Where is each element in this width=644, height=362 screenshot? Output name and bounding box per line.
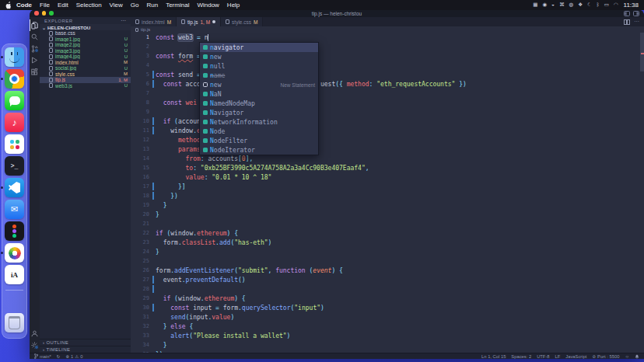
dock-icon-trash[interactable] — [5, 313, 24, 332]
menu-item-terminal[interactable]: Terminal — [166, 2, 189, 9]
line-content: } — [156, 249, 159, 256]
dock-icon-photos[interactable] — [5, 243, 24, 263]
tab-badge: M — [254, 19, 257, 25]
dock-icon-slack[interactable] — [5, 134, 24, 154]
code-line: 18 }) — [131, 191, 644, 200]
var-kind-icon — [203, 45, 208, 50]
menu-item-go[interactable]: Go — [131, 2, 139, 9]
suggestion-nodefilter[interactable]: NodeFilter — [200, 136, 318, 145]
suggestion-null[interactable]: null — [200, 61, 318, 71]
feedback-smiley[interactable]: ☺ — [625, 354, 629, 359]
ia-glyph: iA — [11, 271, 18, 279]
apple-menu-icon[interactable] — [5, 2, 12, 9]
suggestion-nan[interactable]: NaN — [200, 89, 318, 99]
menubar-clock[interactable]: 11:38 — [624, 2, 639, 9]
window-titlebar[interactable]: tip.js — helen-christou — [30, 9, 644, 17]
file-item-image4.jpg[interactable]: image4.jpgU — [40, 54, 131, 60]
menubar-status-icon[interactable]: ⌘ — [559, 2, 565, 8]
suggestion-namednodemap[interactable]: NamedNodeMap — [200, 99, 318, 108]
line-content: form.addEventListener("submit", function… — [156, 267, 343, 274]
file-item-style.css[interactable]: style.cssM — [40, 71, 131, 78]
more-actions-icon[interactable]: ⋯ — [634, 19, 639, 25]
dock-icon-music[interactable]: ♪ — [5, 113, 24, 132]
suggestion-new[interactable]: new — [200, 52, 318, 61]
menubar-status-icon[interactable]: ☾ — [587, 2, 592, 8]
statusbar-item[interactable]: Spaces: 2 — [511, 354, 531, 359]
line-content: const web3 = n — [156, 34, 208, 41]
toggle-panel-icon[interactable] — [624, 11, 630, 16]
activitybar-search[interactable] — [30, 31, 40, 43]
sidebar-section-outline[interactable]: ›OUTLINE — [40, 339, 131, 346]
file-item-index.html[interactable]: index.htmlM — [40, 60, 131, 66]
menubar-status-icon[interactable]: ▭ — [604, 2, 609, 8]
activitybar-extensions[interactable] — [30, 66, 40, 78]
statusbar-item[interactable]: JavaScript — [565, 354, 586, 359]
file-name: style.css — [55, 71, 75, 77]
split-editor-icon[interactable] — [624, 19, 630, 25]
notifications[interactable] — [635, 354, 639, 359]
menu-item-help[interactable]: Help — [227, 2, 240, 9]
sidebar-section-timeline[interactable]: ›TIMELINE — [40, 346, 131, 353]
dock-icon-messages[interactable] — [5, 91, 24, 110]
git-branch-status[interactable]: main* — [34, 353, 51, 359]
menu-item-window[interactable]: Window — [197, 2, 219, 9]
dock-icon-figma[interactable] — [5, 221, 24, 241]
statusbar-item[interactable]: Ln 1, Col 15 — [481, 354, 506, 359]
file-item-image2.jpg[interactable]: image2.jpgU — [40, 42, 131, 48]
breadcrumb-item[interactable]: tip.js — [141, 27, 150, 32]
activitybar-accounts[interactable] — [30, 328, 40, 339]
dock-icon-finder[interactable] — [5, 47, 24, 67]
editor-scrollbar[interactable] — [640, 33, 644, 71]
activitybar-settings[interactable] — [30, 339, 40, 351]
activitybar-run-debug[interactable] — [30, 54, 40, 66]
suggestion-node[interactable]: Node — [200, 127, 318, 136]
dock-icon-mail[interactable]: ✉ — [5, 200, 24, 219]
file-item-social.jpg[interactable]: social.jpgU — [40, 65, 131, 71]
menu-item-edit[interactable]: Edit — [58, 2, 68, 9]
suggestion-navigator[interactable]: navigator — [200, 43, 318, 52]
statusbar-item[interactable]: LF — [555, 354, 561, 359]
code-editor[interactable]: 1const web3 = n23const form = d45const s… — [131, 33, 644, 353]
dock-icon-ia[interactable]: iA — [5, 265, 24, 284]
explorer-more-actions-icon[interactable]: ⋯ — [121, 18, 126, 24]
menu-item-view[interactable]: View — [110, 2, 123, 9]
menubar-status-icon[interactable]: ◉ — [542, 2, 547, 8]
menubar-status-icon[interactable]: ◍ — [569, 2, 574, 8]
suggestion-new[interactable]: newNew Statement — [200, 80, 318, 89]
file-item-image3.jpg[interactable]: image3.jpgU — [40, 48, 131, 54]
menubar-status-icon[interactable]: ◠ — [614, 2, 618, 8]
suggestion-networkinformation[interactable]: NetworkInformation — [200, 117, 318, 127]
file-item-tip.js[interactable]: tip.js1, M — [40, 77, 131, 83]
menu-item-selection[interactable]: Selection — [76, 2, 102, 9]
statusbar-item[interactable]: UTF-8 — [537, 354, 549, 359]
file-item-image1.jpg[interactable]: image1.jpgU — [40, 37, 131, 43]
customize-layout-icon[interactable] — [633, 11, 639, 16]
activitybar-explorer[interactable] — [30, 19, 40, 31]
menu-item-file[interactable]: File — [40, 2, 50, 9]
dock-icon-vscode[interactable] — [5, 178, 24, 197]
activitybar-source-control[interactable] — [30, 43, 40, 54]
file-item-web3.js[interactable]: web3.jsU — [40, 83, 131, 89]
problems-status[interactable]: ⊗ 1 ⚠ 0 — [65, 354, 82, 359]
folder-header[interactable]: ⌄ HELEN-CHRISTOU — [40, 24, 131, 30]
suggestion-nodeiterator[interactable]: NodeIterator — [200, 145, 318, 155]
menubar-status-icon[interactable]: ❖ — [578, 2, 583, 8]
suggestion-navigator[interactable]: Navigator — [200, 108, 318, 117]
tab-index.html[interactable]: index.htmlM — [131, 17, 177, 26]
suggestion-name[interactable]: name — [200, 71, 318, 80]
menu-item-run[interactable]: Run — [146, 2, 158, 9]
dock-icon-terminal[interactable]: >_ — [5, 156, 24, 176]
git-change-bar — [152, 304, 154, 312]
menubar-status-icon[interactable]: ▦ — [533, 2, 537, 8]
menubar-status-icon[interactable]: ᛒ — [597, 2, 600, 8]
menubar-status-icon[interactable]: ◒ — [551, 2, 555, 8]
overview-ruler-error-mark — [641, 53, 644, 54]
dock-icon-chrome[interactable] — [5, 69, 24, 89]
tab-style.css[interactable]: style.cssM — [221, 17, 263, 26]
file-item-base.css[interactable]: base.css — [40, 30, 131, 37]
breadcrumb[interactable]: tip.js — [131, 26, 644, 33]
live-server-status[interactable]: ⊘ Port : 5500 — [592, 354, 619, 359]
menu-item-code[interactable]: Code — [16, 2, 32, 9]
sync-status[interactable]: ↻ — [57, 354, 61, 359]
tab-tip.js[interactable]: tip.js1, M — [177, 17, 221, 26]
